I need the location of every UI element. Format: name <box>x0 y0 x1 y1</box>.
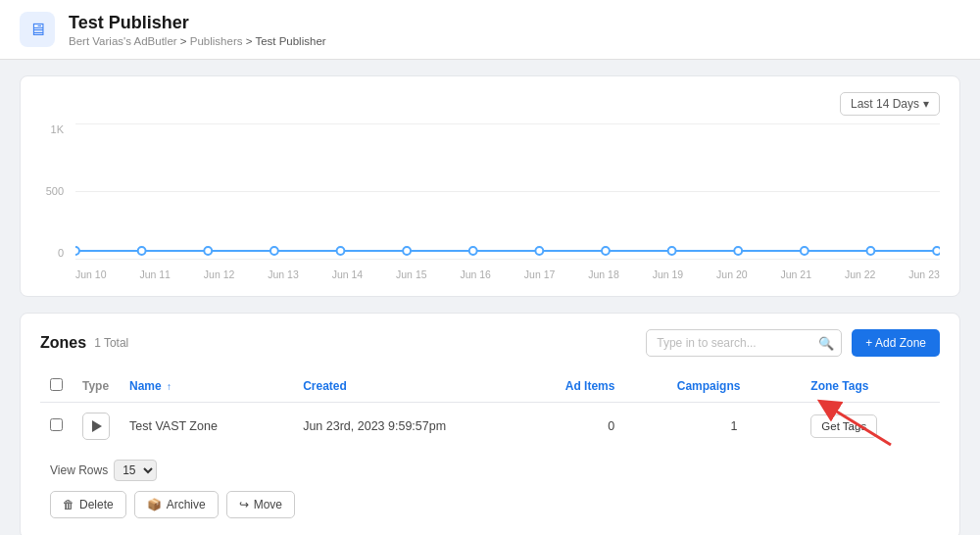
row-name-cell[interactable]: Test VAST Zone <box>120 403 293 451</box>
table-row: Test VAST Zone Jun 23rd, 2023 9:59:57pm … <box>40 403 940 451</box>
svg-point-5 <box>403 247 411 255</box>
svg-point-2 <box>204 247 212 255</box>
x-label-jun17: Jun 17 <box>524 268 556 280</box>
svg-point-9 <box>668 247 676 255</box>
row-campaigns-cell: 1 <box>667 403 802 451</box>
move-icon: ↪ <box>239 498 249 511</box>
x-label-jun19: Jun 19 <box>653 268 684 280</box>
chevron-down-icon: ▾ <box>923 97 929 111</box>
x-label-jun12: Jun 12 <box>204 268 235 280</box>
x-label-jun11: Jun 11 <box>139 268 171 280</box>
svg-point-7 <box>535 247 543 255</box>
search-wrapper: 🔍 <box>646 329 842 357</box>
archive-icon: 📦 <box>147 498 162 511</box>
table-header: Type Name ↑ Created Ad Items Campaigns Z… <box>40 370 940 403</box>
col-header-name[interactable]: Name ↑ <box>120 370 293 403</box>
breadcrumb: Bert Varias's AdButler > Publishers > Te… <box>69 35 326 47</box>
header-icon: 🖥 <box>20 12 55 47</box>
row-zone-tags-cell: Get Tags <box>801 403 940 451</box>
header-text-block: Test Publisher Bert Varias's AdButler > … <box>69 13 326 47</box>
x-label-jun14: Jun 14 <box>332 268 364 280</box>
trash-icon: 🗑 <box>63 498 74 511</box>
x-label-jun20: Jun 20 <box>716 268 748 280</box>
chart-card: Last 14 Days ▾ 1K 500 0 <box>20 75 960 297</box>
get-tags-button[interactable]: Get Tags <box>810 414 877 438</box>
view-rows-select[interactable]: 15 25 50 <box>114 460 157 481</box>
chart-top: Last 14 Days ▾ <box>40 92 940 116</box>
row-checkbox-cell <box>40 403 73 451</box>
row-type-cell <box>73 403 120 451</box>
search-icon[interactable]: 🔍 <box>818 336 834 351</box>
col-header-created: Created <box>293 370 556 403</box>
zones-header: Zones 1 Total 🔍 + Add Zone <box>40 329 940 357</box>
date-range-button[interactable]: Last 14 Days ▾ <box>840 92 940 116</box>
breadcrumb-current: Test Publisher <box>255 35 325 47</box>
svg-point-10 <box>734 247 742 255</box>
zones-count: 1 Total <box>94 336 128 350</box>
chart-x-labels: Jun 10 Jun 11 Jun 12 Jun 13 Jun 14 Jun 1… <box>75 268 940 280</box>
svg-point-4 <box>337 247 345 255</box>
zones-actions: 🔍 + Add Zone <box>646 329 940 357</box>
x-label-jun10: Jun 10 <box>75 268 107 280</box>
view-rows-label: View Rows <box>50 463 108 477</box>
date-range-label: Last 14 Days <box>851 97 919 111</box>
zones-title: Zones <box>40 334 86 352</box>
row-created-cell: Jun 23rd, 2023 9:59:57pm <box>293 403 556 451</box>
svg-point-3 <box>270 247 278 255</box>
svg-marker-14 <box>92 420 102 432</box>
chart-svg-area <box>75 123 940 259</box>
svg-point-0 <box>75 247 79 255</box>
x-label-jun15: Jun 15 <box>396 268 427 280</box>
svg-point-13 <box>933 247 940 255</box>
x-label-jun13: Jun 13 <box>268 268 299 280</box>
y-label-0: 0 <box>58 247 64 259</box>
svg-point-12 <box>867 247 875 255</box>
grid-line-top <box>75 123 940 124</box>
x-label-jun22: Jun 22 <box>845 268 876 280</box>
move-button[interactable]: ↪ Move <box>226 491 295 518</box>
table-footer: View Rows 15 25 50 <box>40 450 940 485</box>
table-body: Test VAST Zone Jun 23rd, 2023 9:59:57pm … <box>40 403 940 451</box>
delete-button[interactable]: 🗑 Delete <box>50 491 126 518</box>
row-ad-items-cell: 0 <box>556 403 667 451</box>
zones-card: Zones 1 Total 🔍 + Add Zone Type Name ↑ <box>20 313 960 535</box>
chart-container: 1K 500 0 <box>40 123 940 280</box>
zone-type-icon <box>82 413 110 440</box>
col-header-type: Type <box>73 370 120 403</box>
x-label-jun18: Jun 18 <box>588 268 619 280</box>
y-label-1k: 1K <box>51 123 64 135</box>
x-label-jun16: Jun 16 <box>460 268 491 280</box>
row-checkbox[interactable] <box>50 418 63 431</box>
svg-point-8 <box>602 247 610 255</box>
breadcrumb-root[interactable]: Bert Varias's AdButler <box>69 35 177 47</box>
svg-point-6 <box>469 247 477 255</box>
x-label-jun21: Jun 21 <box>780 268 811 280</box>
x-label-jun23: Jun 23 <box>908 268 940 280</box>
archive-button[interactable]: 📦 Archive <box>134 491 219 518</box>
svg-point-1 <box>138 247 146 255</box>
col-header-check <box>40 370 73 403</box>
col-header-campaigns: Campaigns <box>667 370 802 403</box>
y-label-500: 500 <box>46 185 64 197</box>
chart-y-labels: 1K 500 0 <box>40 123 72 259</box>
add-zone-button[interactable]: + Add Zone <box>852 329 940 357</box>
page-title: Test Publisher <box>69 13 326 33</box>
col-header-zone-tags: Zone Tags <box>801 370 940 403</box>
header-bar: 🖥 Test Publisher Bert Varias's AdButler … <box>0 0 980 60</box>
svg-point-11 <box>801 247 808 255</box>
zones-table: Type Name ↑ Created Ad Items Campaigns Z… <box>40 370 940 450</box>
breadcrumb-publishers[interactable]: Publishers <box>190 35 243 47</box>
col-header-ad-items: Ad Items <box>556 370 667 403</box>
search-input[interactable] <box>646 329 842 357</box>
bottom-actions: 🗑 Delete 📦 Archive ↪ Move <box>40 485 940 522</box>
grid-line-mid <box>75 191 940 192</box>
sort-arrow-icon: ↑ <box>167 381 172 392</box>
grid-line-bottom <box>75 259 940 260</box>
select-all-checkbox[interactable] <box>50 378 63 391</box>
main-content: Last 14 Days ▾ 1K 500 0 <box>0 60 980 535</box>
